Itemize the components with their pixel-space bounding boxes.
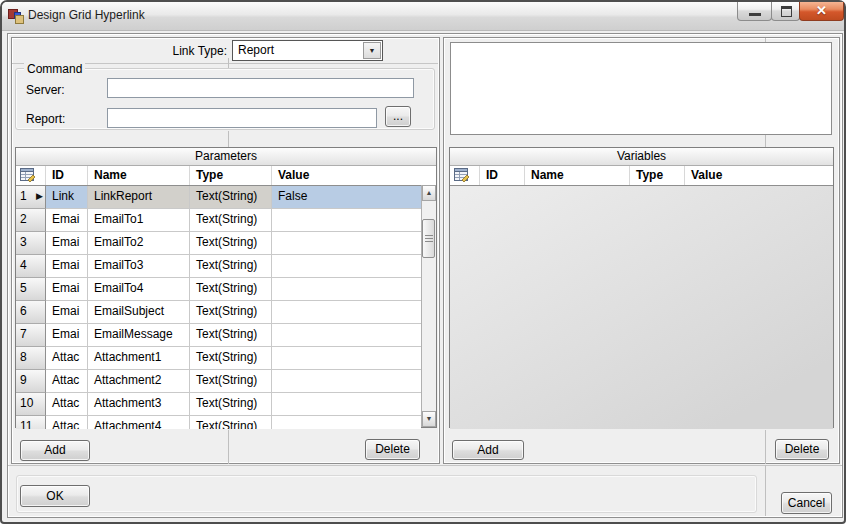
cell-type[interactable]: Text(String)	[190, 416, 272, 429]
close-button[interactable]: ✕	[799, 2, 844, 21]
column-header-name[interactable]: Name	[88, 166, 190, 185]
title-bar[interactable]: Design Grid Hyperlink	[2, 2, 844, 31]
row-header[interactable]: 1▶	[16, 186, 46, 209]
variables-grid-body	[450, 186, 833, 429]
cell-value[interactable]	[272, 370, 421, 393]
cancel-button[interactable]: Cancel	[781, 492, 832, 514]
cell-type[interactable]: Text(String)	[190, 255, 272, 278]
cell-id[interactable]: Emai	[46, 324, 88, 347]
current-row-arrow-icon: ▶	[36, 191, 43, 201]
cell-value[interactable]	[272, 209, 421, 232]
row-header[interactable]: 7	[16, 324, 46, 347]
row-header[interactable]: 10	[16, 393, 46, 416]
column-header-name[interactable]: Name	[525, 166, 630, 185]
column-header-type[interactable]: Type	[630, 166, 685, 185]
scrollbar-thumb[interactable]	[422, 219, 435, 258]
table-row[interactable]: 2 Emai EmailTo1 Text(String)	[16, 209, 421, 232]
maximize-button[interactable]	[771, 2, 800, 21]
cell-id[interactable]: Emai	[46, 209, 88, 232]
variable-preview-box[interactable]	[450, 42, 832, 135]
cell-value[interactable]	[272, 347, 421, 370]
column-header-value[interactable]: Value	[272, 166, 436, 185]
cell-id[interactable]: Emai	[46, 255, 88, 278]
cell-type[interactable]: Text(String)	[190, 186, 272, 209]
cell-value[interactable]	[272, 324, 421, 347]
cell-value[interactable]	[272, 232, 421, 255]
column-header-id[interactable]: ID	[46, 166, 88, 185]
cell-type[interactable]: Text(String)	[190, 370, 272, 393]
minimize-button[interactable]	[737, 2, 772, 21]
table-row[interactable]: 8 Attac Attachment1 Text(String)	[16, 347, 421, 370]
cell-id[interactable]: Link	[46, 186, 88, 209]
cell-id[interactable]: Attac	[46, 416, 88, 429]
scroll-up-button[interactable]: ▲	[422, 185, 436, 201]
column-header-id[interactable]: ID	[480, 166, 525, 185]
table-row[interactable]: 5 Emai EmailTo4 Text(String)	[16, 278, 421, 301]
cell-type[interactable]: Text(String)	[190, 324, 272, 347]
variables-delete-button[interactable]: Delete	[775, 439, 829, 460]
row-header[interactable]: 4	[16, 255, 46, 278]
cell-name[interactable]: LinkReport	[88, 186, 190, 209]
cell-type[interactable]: Text(String)	[190, 278, 272, 301]
app-icon	[8, 8, 24, 24]
cell-type[interactable]: Text(String)	[190, 209, 272, 232]
cell-value[interactable]: False	[272, 186, 421, 209]
link-type-select[interactable]: Report ▼	[232, 40, 383, 61]
ok-button[interactable]: OK	[20, 485, 90, 507]
scroll-down-button[interactable]: ▼	[422, 411, 436, 427]
parameters-add-button[interactable]: Add	[20, 440, 90, 461]
cell-value[interactable]	[272, 255, 421, 278]
cell-id[interactable]: Emai	[46, 301, 88, 324]
row-header[interactable]: 3	[16, 232, 46, 255]
cell-name[interactable]: Attachment3	[88, 393, 190, 416]
cell-name[interactable]: EmailTo1	[88, 209, 190, 232]
cell-name[interactable]: Attachment1	[88, 347, 190, 370]
cell-name[interactable]: EmailTo2	[88, 232, 190, 255]
cell-name[interactable]: Attachment4	[88, 416, 190, 429]
row-header[interactable]: 8	[16, 347, 46, 370]
variables-add-button[interactable]: Add	[452, 440, 524, 460]
cell-name[interactable]: EmailTo4	[88, 278, 190, 301]
row-header[interactable]: 11	[16, 416, 46, 429]
column-header-type[interactable]: Type	[190, 166, 272, 185]
row-number: 10	[20, 396, 33, 410]
cell-type[interactable]: Text(String)	[190, 393, 272, 416]
table-row[interactable]: 10 Attac Attachment3 Text(String)	[16, 393, 421, 416]
cell-type[interactable]: Text(String)	[190, 232, 272, 255]
cell-value[interactable]	[272, 278, 421, 301]
combo-dropdown-button[interactable]: ▼	[363, 42, 381, 59]
browse-button[interactable]: ...	[385, 106, 411, 127]
grid-table-icon	[16, 166, 46, 185]
parameters-delete-button[interactable]: Delete	[365, 439, 420, 460]
cell-value[interactable]	[272, 301, 421, 324]
cell-name[interactable]: EmailTo3	[88, 255, 190, 278]
cell-id[interactable]: Attac	[46, 370, 88, 393]
cell-id[interactable]: Emai	[46, 278, 88, 301]
row-header[interactable]: 6	[16, 301, 46, 324]
cell-type[interactable]: Text(String)	[190, 301, 272, 324]
row-number: 4	[20, 258, 27, 272]
row-header[interactable]: 9	[16, 370, 46, 393]
table-row[interactable]: 3 Emai EmailTo2 Text(String)	[16, 232, 421, 255]
table-row[interactable]: 1▶ Link LinkReport Text(String) False	[16, 186, 421, 209]
cell-name[interactable]: EmailMessage	[88, 324, 190, 347]
cell-value[interactable]	[272, 393, 421, 416]
table-row[interactable]: 6 Emai EmailSubject Text(String)	[16, 301, 421, 324]
table-row[interactable]: 4 Emai EmailTo3 Text(String)	[16, 255, 421, 278]
vertical-scrollbar[interactable]: ▲ ▼	[421, 185, 436, 427]
cell-id[interactable]: Attac	[46, 393, 88, 416]
cell-id[interactable]: Emai	[46, 232, 88, 255]
cell-name[interactable]: Attachment2	[88, 370, 190, 393]
column-header-value[interactable]: Value	[685, 166, 833, 185]
cell-type[interactable]: Text(String)	[190, 347, 272, 370]
table-row[interactable]: 11 Attac Attachment4 Text(String)	[16, 416, 421, 429]
row-header[interactable]: 2	[16, 209, 46, 232]
table-row[interactable]: 9 Attac Attachment2 Text(String)	[16, 370, 421, 393]
cell-id[interactable]: Attac	[46, 347, 88, 370]
cell-value[interactable]	[272, 416, 421, 429]
row-header[interactable]: 5	[16, 278, 46, 301]
report-field[interactable]	[107, 108, 377, 128]
cell-name[interactable]: EmailSubject	[88, 301, 190, 324]
table-row[interactable]: 7 Emai EmailMessage Text(String)	[16, 324, 421, 347]
server-field[interactable]	[107, 78, 414, 98]
